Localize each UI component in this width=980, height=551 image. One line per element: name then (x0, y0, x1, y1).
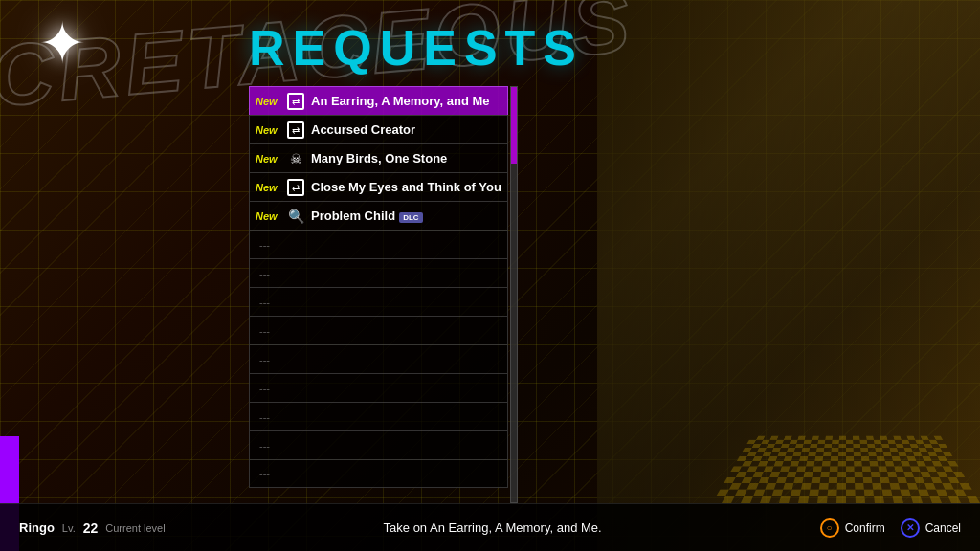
new-badge: New (256, 210, 282, 222)
request-item-empty[interactable]: --- (249, 316, 508, 344)
level-label: Lv. (62, 522, 76, 534)
scrollbar[interactable] (510, 86, 518, 503)
bottom-bar: Ringo Lv. 22 Current level Take on An Ea… (0, 503, 980, 551)
request-item-empty[interactable]: --- (249, 287, 508, 316)
swap-icon (287, 93, 304, 110)
player-info: Ringo Lv. 22 Current level (19, 520, 166, 536)
title-bar: REQUESTS (0, 0, 980, 86)
page-title: REQUESTS (249, 19, 980, 77)
request-item[interactable]: New ☠ Many Birds, One Stone (249, 143, 508, 172)
item-name: An Earring, A Memory, and Me (311, 94, 501, 108)
dlc-badge: DLC (399, 212, 422, 223)
swap-icon (287, 179, 304, 196)
main-area: New An Earring, A Memory, and Me New Acc… (0, 86, 980, 503)
confirm-label: Confirm (845, 521, 885, 535)
request-item[interactable]: New 🔍 Problem ChildDLC (249, 201, 508, 230)
cancel-label: Cancel (925, 521, 961, 535)
request-list: New An Earring, A Memory, and Me New Acc… (249, 86, 508, 488)
new-badge: New (256, 182, 282, 193)
request-item-empty[interactable]: --- (249, 230, 508, 258)
request-item-empty[interactable]: --- (249, 430, 508, 459)
request-item[interactable]: New Accursed Creator (249, 115, 508, 143)
skull-icon: ☠ (290, 151, 302, 166)
left-spacer (19, 86, 249, 503)
item-icon: ☠ (286, 149, 305, 168)
request-panel-container: New An Earring, A Memory, and Me New Acc… (249, 86, 518, 503)
current-level-text: Current level (105, 522, 165, 534)
main-content: REQUESTS New An Earring, A Memory, and M… (0, 0, 980, 551)
swap-icon (287, 121, 304, 139)
o-button-icon: ○ (820, 518, 839, 538)
player-name: Ringo (19, 520, 55, 535)
x-button-icon: ✕ (901, 518, 920, 538)
new-badge: New (256, 153, 282, 165)
request-item[interactable]: New Close My Eyes and Think of You (249, 172, 508, 201)
item-name: Many Birds, One Stone (311, 151, 501, 165)
item-name: Accursed Creator (311, 122, 501, 137)
item-icon: 🔍 (286, 207, 305, 226)
item-icon (286, 92, 305, 111)
item-icon (286, 178, 305, 197)
item-name: Close My Eyes and Think of You (311, 180, 501, 194)
item-name: Problem ChildDLC (311, 209, 501, 223)
request-item-empty[interactable]: --- (249, 344, 508, 373)
search-icon: 🔍 (288, 209, 304, 224)
item-icon (286, 121, 305, 140)
request-item-empty[interactable]: --- (249, 459, 508, 488)
new-badge: New (256, 96, 282, 107)
description-text: Take on An Earring, A Memory, and Me. (166, 520, 820, 535)
cancel-button[interactable]: ✕ Cancel (901, 518, 961, 538)
request-item-empty[interactable]: --- (249, 258, 508, 287)
new-badge: New (256, 124, 282, 136)
request-item-empty[interactable]: --- (249, 373, 508, 402)
level-value: 22 (83, 520, 99, 536)
scrollbar-thumb (511, 87, 517, 164)
confirm-button[interactable]: ○ Confirm (820, 518, 885, 538)
controls: ○ Confirm ✕ Cancel (820, 518, 961, 538)
request-item[interactable]: New An Earring, A Memory, and Me (249, 86, 508, 115)
request-item-empty[interactable]: --- (249, 402, 508, 430)
